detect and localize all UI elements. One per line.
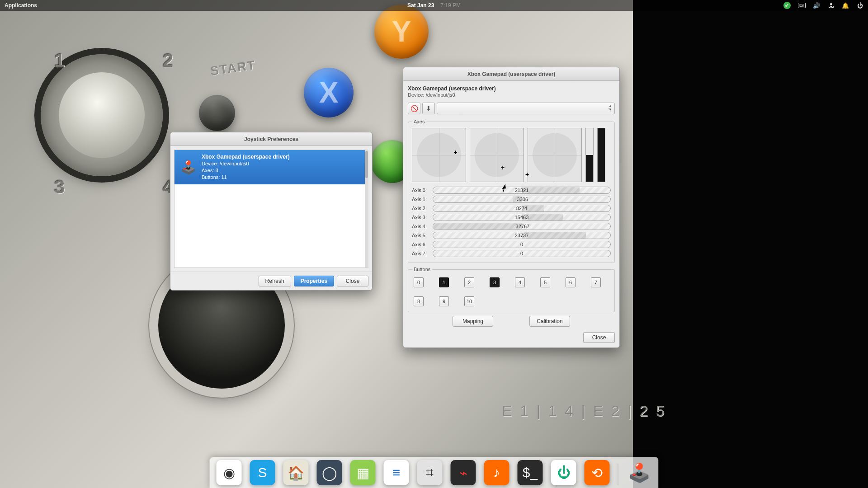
- dock-app-updater[interactable]: ⟲: [585, 460, 610, 485]
- device-path: Device: /dev/input/js0: [408, 92, 455, 98]
- axis-value: 0: [433, 241, 610, 248]
- dock-app-tweaks[interactable]: ⏻: [551, 460, 576, 485]
- window-title[interactable]: Joystick Preferences: [170, 132, 372, 146]
- device-name: Xbox Gamepad (userspace driver): [408, 85, 496, 92]
- save-profile-button[interactable]: ⬇: [422, 103, 435, 114]
- wallpaper-x-button: X: [304, 68, 354, 117]
- axis-label: Axis 1:: [412, 197, 430, 202]
- dock-app-files[interactable]: 🏠: [283, 460, 309, 485]
- power-icon[interactable]: ⏻: [856, 2, 863, 9]
- axis-label: Axis 6:: [412, 242, 430, 247]
- gamepad-button-7: 7: [591, 277, 601, 287]
- dock-app-calendar[interactable]: ▦: [350, 460, 376, 485]
- axis-value: 0: [433, 250, 610, 257]
- axis-bar: 0: [433, 250, 611, 257]
- device-path: Device: /dev/input/js0: [202, 160, 290, 167]
- axis-xy-2: +: [528, 128, 582, 182]
- axis-bar: 23737: [433, 232, 611, 239]
- joystick-preferences-window: Joystick Preferences 🕹️ Xbox Gamepad (us…: [170, 132, 373, 291]
- calibration-button[interactable]: Calibration: [529, 316, 570, 327]
- wallpaper-back-button: [199, 95, 235, 131]
- axis-row: Axis 2:8274: [412, 205, 611, 212]
- applications-menu[interactable]: Applications: [5, 2, 37, 9]
- axis-bar: 15463: [433, 214, 611, 221]
- mouse-cursor: [503, 184, 508, 192]
- axis-label: Axis 0:: [412, 188, 430, 193]
- gamepad-button-2: 2: [464, 277, 474, 287]
- close-button[interactable]: Close: [583, 332, 615, 343]
- profile-select[interactable]: ▲▼: [437, 103, 615, 114]
- axis-value: 21321: [433, 187, 610, 193]
- axis-label: Axis 7:: [412, 251, 430, 256]
- dock-app-calculator[interactable]: ⌗: [417, 460, 443, 485]
- axis-cross-0: +: [453, 150, 459, 155]
- axes-group: Axes +++ Axis 0:21321Axis 1:-3306Axis 2:…: [408, 119, 615, 263]
- keyboard-layout-indicator[interactable]: En: [798, 3, 806, 8]
- dock-app-libreoffice[interactable]: ≡: [384, 460, 409, 485]
- axis-row: Axis 1:-3306: [412, 196, 611, 203]
- axis-vbar-0: [585, 128, 594, 182]
- gamepad-button-5: 5: [540, 277, 550, 287]
- dock-app-music[interactable]: ♪: [484, 460, 509, 485]
- top-panel: Applications Sat Jan 23 7:19 PM ✔ En 🔊 🖧…: [0, 0, 868, 11]
- notifications-icon[interactable]: 🔔: [842, 2, 849, 9]
- dock-separator: [618, 464, 618, 485]
- device-buttons: Buttons: 11: [202, 174, 290, 181]
- dock-app-terminal[interactable]: $_: [518, 460, 543, 485]
- panel-clock[interactable]: Sat Jan 23 7:19 PM: [407, 2, 461, 9]
- gamepad-button-1: 1: [439, 277, 449, 287]
- close-button[interactable]: Close: [337, 276, 368, 286]
- volume-icon[interactable]: 🔊: [813, 2, 820, 9]
- panel-time: 7:19 PM: [440, 2, 461, 9]
- updates-ready-icon[interactable]: ✔: [783, 2, 791, 9]
- device-list-item[interactable]: 🕹️ Xbox Gamepad (userspace driver) Devic…: [175, 150, 365, 184]
- dock-app-devtool[interactable]: ⌁: [451, 460, 476, 485]
- axis-bar: -32767: [433, 223, 611, 230]
- dock-app-chrome[interactable]: ◉: [217, 460, 242, 485]
- gamepad-button-3: 3: [490, 277, 500, 287]
- axis-label: Axis 5:: [412, 233, 430, 238]
- axis-value: 23737: [433, 232, 610, 239]
- axis-row: Axis 0:21321: [412, 187, 611, 194]
- axis-row: Axis 5:23737: [412, 232, 611, 239]
- axes-label: Axes: [412, 119, 426, 124]
- wallpaper-guide-button: [41, 54, 163, 176]
- properties-button[interactable]: Properties: [294, 276, 334, 286]
- gamepad-button-6: 6: [566, 277, 576, 287]
- axis-row: Axis 3:15463: [412, 214, 611, 221]
- refresh-button[interactable]: Refresh: [259, 276, 291, 286]
- axis-cross-2: +: [525, 172, 531, 177]
- axis-bar: 21321: [433, 187, 611, 194]
- axis-label: Axis 4:: [412, 224, 430, 229]
- joystick-icon: 🕹️: [179, 158, 197, 176]
- gamepad-button-0: 0: [414, 277, 424, 287]
- mapping-button[interactable]: Mapping: [453, 316, 493, 327]
- system-tray: ✔ En 🔊 🖧 🔔 ⏻: [783, 2, 863, 9]
- axis-value: -32767: [433, 223, 610, 230]
- dock-app-jstest[interactable]: 🕹️: [627, 460, 652, 485]
- wallpaper-y-button: Y: [374, 5, 429, 59]
- panel-date: Sat Jan 23: [407, 2, 434, 9]
- axis-bar: -3306: [433, 196, 611, 203]
- axis-bar: 0: [433, 241, 611, 248]
- axis-value: -3306: [433, 196, 610, 202]
- gamepad-button-4: 4: [515, 277, 525, 287]
- gamepad-button-10: 10: [464, 296, 474, 306]
- dock-app-steam[interactable]: ◯: [317, 460, 342, 485]
- axis-value: 15463: [433, 214, 610, 221]
- axis-row: Axis 7:0: [412, 250, 611, 257]
- device-name: Xbox Gamepad (userspace driver): [202, 154, 290, 160]
- dock-app-skype[interactable]: S: [250, 460, 275, 485]
- axis-row: Axis 6:0: [412, 241, 611, 248]
- axis-cross-1: +: [501, 165, 506, 170]
- device-axes: Axes: 8: [202, 167, 290, 174]
- wallpaper-serial: E 1 | 1 4 | E 2 | 2 5: [502, 402, 666, 420]
- wallpaper-start-label: START: [209, 58, 257, 79]
- buttons-group: Buttons 012345678910: [408, 267, 615, 312]
- axis-row: Axis 4:-32767: [412, 223, 611, 230]
- window-title[interactable]: Xbox Gamepad (userspace driver): [403, 67, 619, 81]
- network-icon[interactable]: 🖧: [827, 2, 835, 9]
- gamepad-button-8: 8: [414, 296, 424, 306]
- disable-button[interactable]: 🚫: [408, 103, 420, 114]
- device-list[interactable]: 🕹️ Xbox Gamepad (userspace driver) Devic…: [174, 150, 368, 268]
